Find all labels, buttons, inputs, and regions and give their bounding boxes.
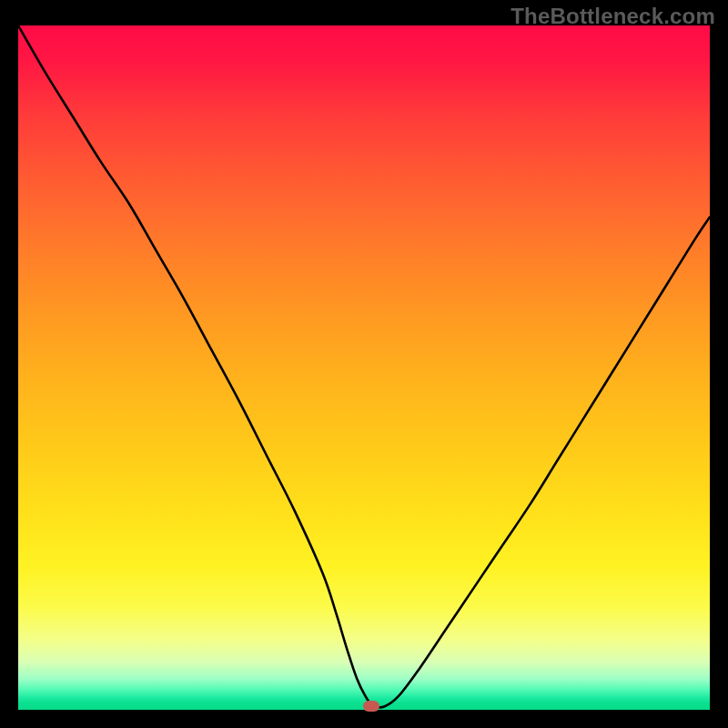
plot-area: [18, 25, 710, 710]
bottleneck-curve: [18, 25, 710, 710]
chart-frame: TheBottleneck.com: [0, 0, 728, 728]
min-marker: [363, 701, 379, 712]
